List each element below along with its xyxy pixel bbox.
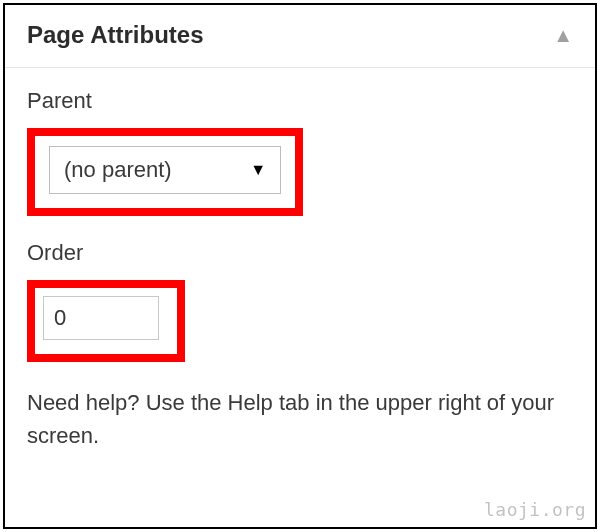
parent-field-group: Parent (no parent) ▼ (27, 88, 573, 216)
parent-select-value: (no parent) (64, 157, 172, 182)
page-attributes-panel: Page Attributes ▲ Parent (no parent) ▼ O… (3, 3, 597, 529)
order-label: Order (27, 240, 573, 266)
order-highlight (27, 280, 185, 362)
watermark: laoji.org (484, 499, 586, 520)
order-input[interactable] (43, 296, 159, 340)
parent-select[interactable]: (no parent) ▼ (49, 146, 281, 194)
help-text: Need help? Use the Help tab in the upper… (27, 386, 573, 452)
panel-header[interactable]: Page Attributes ▲ (5, 5, 595, 68)
chevron-down-icon: ▼ (250, 161, 266, 179)
parent-highlight: (no parent) ▼ (27, 128, 303, 216)
order-field-group: Order (27, 240, 573, 362)
panel-body: Parent (no parent) ▼ Order Need help? Us… (5, 68, 595, 462)
collapse-icon[interactable]: ▲ (553, 25, 573, 45)
panel-title: Page Attributes (27, 21, 203, 49)
parent-label: Parent (27, 88, 573, 114)
